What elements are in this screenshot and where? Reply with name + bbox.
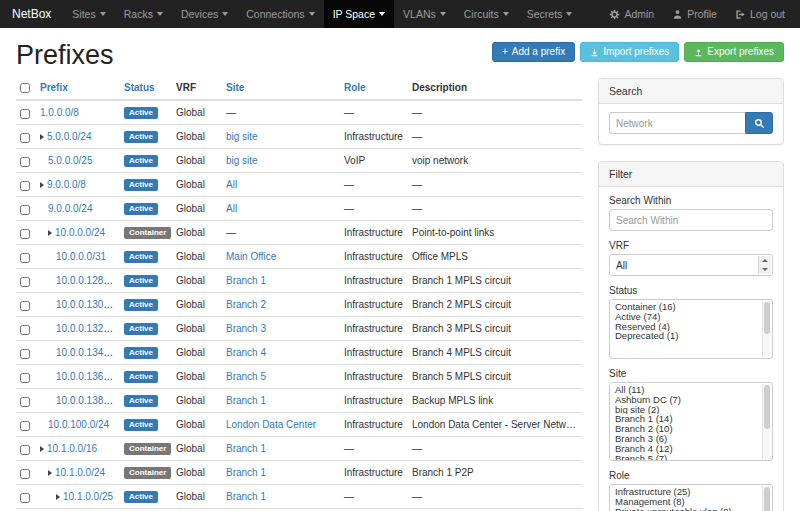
row-checkbox[interactable] — [20, 229, 30, 239]
checkbox-cell — [16, 317, 36, 341]
row-checkbox[interactable] — [20, 493, 30, 503]
listbox-option[interactable]: Branch 4 (12) — [610, 444, 760, 454]
listbox-scrollbar[interactable] — [762, 301, 771, 357]
site-link[interactable]: Main Office — [226, 251, 276, 262]
row-checkbox[interactable] — [20, 325, 30, 335]
nav-item-secrets[interactable]: Secrets — [518, 0, 582, 28]
status-cell: Container — [120, 461, 172, 485]
prefix-link[interactable]: 10.0.0.134/31 — [56, 347, 117, 358]
prefix-link[interactable]: 5.0.0.0/24 — [47, 131, 91, 142]
row-checkbox[interactable] — [20, 373, 30, 383]
nav-item-ip-space[interactable]: IP Space — [324, 0, 394, 28]
site-link[interactable]: Branch 1 — [226, 275, 266, 286]
prefix-link[interactable]: 10.0.0.0/24 — [55, 227, 105, 238]
site-link[interactable]: All — [226, 203, 237, 214]
navbar: NetBox SitesRacksDevicesConnectionsIP Sp… — [0, 0, 800, 28]
row-checkbox[interactable] — [20, 157, 30, 167]
prefix-link[interactable]: 5.0.0.0/25 — [48, 155, 92, 166]
nav-profile[interactable]: Profile — [663, 0, 726, 28]
listbox-option[interactable]: Private unrouteable vlan (8) — [610, 507, 760, 511]
listbox-option[interactable]: Deprecated (1) — [610, 331, 760, 341]
listbox-option[interactable]: Branch 2 (10) — [610, 424, 760, 434]
row-checkbox[interactable] — [20, 469, 30, 479]
prefix-link[interactable]: 1.0.0.0/8 — [40, 107, 79, 118]
row-checkbox[interactable] — [20, 421, 30, 431]
row-checkbox[interactable] — [20, 253, 30, 263]
nav-item-devices[interactable]: Devices — [172, 0, 237, 28]
nav-item-connections[interactable]: Connections — [237, 0, 323, 28]
site-link[interactable]: London Data Center — [226, 419, 316, 430]
listbox-option[interactable]: big site (2) — [610, 405, 760, 415]
listbox-option[interactable]: Container (16) — [610, 302, 760, 312]
listbox-scrollbar[interactable] — [762, 384, 771, 459]
column-sort-link[interactable]: Status — [124, 82, 155, 93]
column-sort-link[interactable]: Site — [226, 82, 244, 93]
import-prefixes-button[interactable]: Import prefixes — [580, 42, 679, 62]
prefix-link[interactable]: 9.0.0.0/8 — [47, 179, 86, 190]
filter-select-vrf[interactable]: All — [609, 254, 773, 276]
listbox-option[interactable]: Ashburn DC (7) — [610, 395, 760, 405]
listbox-option[interactable]: Branch 3 (6) — [610, 434, 760, 444]
prefix-link[interactable]: 10.0.100.0/24 — [48, 419, 109, 430]
site-cell: All — [222, 173, 340, 197]
site-link[interactable]: big site — [226, 155, 258, 166]
site-cell: big site — [222, 125, 340, 149]
prefix-link[interactable]: 10.0.0.136/31 — [56, 371, 117, 382]
row-checkbox[interactable] — [20, 301, 30, 311]
nav-admin[interactable]: Admin — [600, 0, 663, 28]
export-prefixes-button[interactable]: Export prefixes — [684, 42, 784, 62]
search-input[interactable] — [609, 112, 745, 134]
prefix-link[interactable]: 10.1.0.0/25 — [63, 491, 113, 502]
select-scrollbar-icon[interactable] — [758, 256, 771, 274]
nav-item-sites[interactable]: Sites — [63, 0, 114, 28]
select-all-checkbox[interactable] — [20, 83, 30, 93]
filter-input-search-within[interactable] — [609, 209, 773, 231]
prefix-link[interactable]: 10.0.0.130/31 — [56, 299, 117, 310]
site-link[interactable]: Branch 3 — [226, 323, 266, 334]
listbox-option[interactable]: Infrastructure (25) — [610, 487, 760, 497]
prefix-link[interactable]: 10.1.0.0/24 — [55, 467, 105, 478]
site-link[interactable]: Branch 1 — [226, 443, 266, 454]
row-checkbox[interactable] — [20, 205, 30, 215]
listbox-option[interactable]: Branch 1 (14) — [610, 414, 760, 424]
site-link[interactable]: All — [226, 179, 237, 190]
add-a-prefix-button[interactable]: +Add a prefix — [492, 42, 575, 62]
row-checkbox[interactable] — [20, 109, 30, 119]
site-link[interactable]: Branch 1 — [226, 491, 266, 502]
site-link[interactable]: Branch 1 — [226, 395, 266, 406]
site-link[interactable]: big site — [226, 131, 258, 142]
nav-item-racks[interactable]: Racks — [115, 0, 172, 28]
prefix-link[interactable]: 10.0.0.132/31 — [56, 323, 117, 334]
listbox-option[interactable]: Active (74) — [610, 312, 760, 322]
site-cell: big site — [222, 149, 340, 173]
prefix-link[interactable]: 10.0.0.0/31 — [56, 251, 106, 262]
nav-item-circuits[interactable]: Circuits — [455, 0, 518, 28]
nav-item-vlans[interactable]: VLANs — [394, 0, 455, 28]
column-sort-link[interactable]: Prefix — [40, 82, 68, 93]
site-link[interactable]: Branch 5 — [226, 371, 266, 382]
site-link[interactable]: Branch 2 — [226, 299, 266, 310]
column-sort-link[interactable]: Role — [344, 82, 366, 93]
prefix-link[interactable]: 9.0.0.0/24 — [48, 203, 92, 214]
listbox-scrollbar[interactable] — [762, 486, 771, 511]
row-checkbox[interactable] — [20, 445, 30, 455]
navbar-brand[interactable]: NetBox — [0, 0, 63, 28]
prefix-link[interactable]: 10.1.0.0/16 — [47, 443, 97, 454]
row-checkbox[interactable] — [20, 397, 30, 407]
row-checkbox[interactable] — [20, 349, 30, 359]
row-checkbox[interactable] — [20, 133, 30, 143]
listbox-option[interactable]: All (11) — [610, 385, 760, 395]
prefix-link[interactable]: 10.0.0.128/31 — [56, 275, 117, 286]
nav-log-out[interactable]: Log out — [726, 0, 794, 28]
filter-listbox-site: All (11)Ashburn DC (7)big site (2)Branch… — [609, 382, 773, 461]
table-row: 10.0.0.136/31ActiveGlobalBranch 5Infrast… — [16, 365, 582, 389]
search-button[interactable] — [745, 112, 773, 134]
row-checkbox[interactable] — [20, 181, 30, 191]
prefix-link[interactable]: 10.0.0.138/31 — [56, 395, 117, 406]
site-link[interactable]: Branch 4 — [226, 347, 266, 358]
listbox-option[interactable]: Management (8) — [610, 497, 760, 507]
row-checkbox[interactable] — [20, 277, 30, 287]
site-link[interactable]: Branch 1 — [226, 467, 266, 478]
listbox-option[interactable]: Branch 5 (7) — [610, 454, 760, 461]
listbox-option[interactable]: Reserved (4) — [610, 322, 760, 332]
